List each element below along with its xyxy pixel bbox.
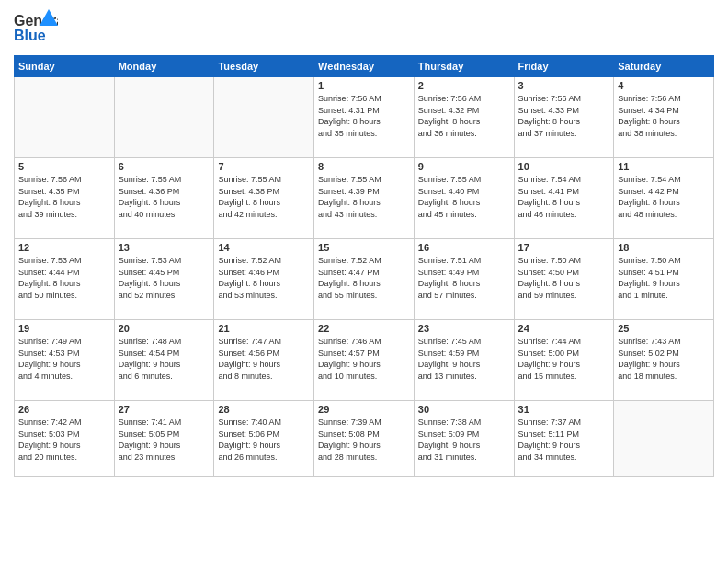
calendar-week-row: 26Sunrise: 7:42 AM Sunset: 5:03 PM Dayli… xyxy=(15,401,714,477)
day-info: Sunrise: 7:55 AM Sunset: 4:39 PM Dayligh… xyxy=(318,174,410,220)
day-number: 1 xyxy=(318,80,410,91)
calendar-cell: 16Sunrise: 7:51 AM Sunset: 4:49 PM Dayli… xyxy=(414,239,514,320)
day-number: 5 xyxy=(18,161,110,172)
day-info: Sunrise: 7:56 AM Sunset: 4:33 PM Dayligh… xyxy=(518,93,610,139)
day-info: Sunrise: 7:51 AM Sunset: 4:49 PM Dayligh… xyxy=(418,255,510,301)
day-info: Sunrise: 7:56 AM Sunset: 4:32 PM Dayligh… xyxy=(418,93,510,139)
day-number: 19 xyxy=(18,323,110,334)
day-info: Sunrise: 7:43 AM Sunset: 5:02 PM Dayligh… xyxy=(618,336,710,382)
day-number: 2 xyxy=(418,80,510,91)
day-number: 17 xyxy=(518,242,610,253)
calendar-cell: 29Sunrise: 7:39 AM Sunset: 5:08 PM Dayli… xyxy=(314,401,415,477)
calendar-cell: 21Sunrise: 7:47 AM Sunset: 4:56 PM Dayli… xyxy=(214,320,314,401)
day-number: 4 xyxy=(618,80,710,91)
calendar-cell: 18Sunrise: 7:50 AM Sunset: 4:51 PM Dayli… xyxy=(614,239,714,320)
calendar-cell: 10Sunrise: 7:54 AM Sunset: 4:41 PM Dayli… xyxy=(514,158,614,239)
calendar-cell: 24Sunrise: 7:44 AM Sunset: 5:00 PM Dayli… xyxy=(514,320,614,401)
calendar-cell: 9Sunrise: 7:55 AM Sunset: 4:40 PM Daylig… xyxy=(414,158,514,239)
day-info: Sunrise: 7:56 AM Sunset: 4:35 PM Dayligh… xyxy=(18,174,110,220)
day-number: 15 xyxy=(318,242,410,253)
header-thursday: Thursday xyxy=(414,56,514,77)
svg-text:Blue: Blue xyxy=(14,28,46,43)
calendar-cell xyxy=(214,77,314,158)
day-info: Sunrise: 7:54 AM Sunset: 4:42 PM Dayligh… xyxy=(618,174,710,220)
header: General Blue xyxy=(14,9,714,48)
calendar-cell: 14Sunrise: 7:52 AM Sunset: 4:46 PM Dayli… xyxy=(214,239,314,320)
day-info: Sunrise: 7:49 AM Sunset: 4:53 PM Dayligh… xyxy=(18,336,110,382)
header-tuesday: Tuesday xyxy=(214,56,314,77)
day-info: Sunrise: 7:41 AM Sunset: 5:05 PM Dayligh… xyxy=(119,417,210,463)
day-info: Sunrise: 7:50 AM Sunset: 4:50 PM Dayligh… xyxy=(518,255,610,301)
calendar-cell: 6Sunrise: 7:55 AM Sunset: 4:36 PM Daylig… xyxy=(114,158,214,239)
header-monday: Monday xyxy=(114,56,214,77)
day-number: 25 xyxy=(618,323,710,334)
day-info: Sunrise: 7:45 AM Sunset: 4:59 PM Dayligh… xyxy=(418,336,510,382)
header-friday: Friday xyxy=(514,56,614,77)
day-number: 12 xyxy=(18,242,110,253)
day-info: Sunrise: 7:56 AM Sunset: 4:31 PM Dayligh… xyxy=(318,93,410,139)
header-wednesday: Wednesday xyxy=(314,56,415,77)
calendar-cell: 20Sunrise: 7:48 AM Sunset: 4:54 PM Dayli… xyxy=(114,320,214,401)
day-number: 26 xyxy=(18,404,110,415)
day-info: Sunrise: 7:52 AM Sunset: 4:47 PM Dayligh… xyxy=(318,255,410,301)
calendar-cell: 27Sunrise: 7:41 AM Sunset: 5:05 PM Dayli… xyxy=(114,401,214,477)
calendar-cell xyxy=(614,401,714,477)
logo-icon: General Blue xyxy=(14,9,58,48)
day-number: 9 xyxy=(418,161,510,172)
day-info: Sunrise: 7:54 AM Sunset: 4:41 PM Dayligh… xyxy=(518,174,610,220)
header-sunday: Sunday xyxy=(15,56,115,77)
day-number: 23 xyxy=(418,323,510,334)
day-info: Sunrise: 7:55 AM Sunset: 4:38 PM Dayligh… xyxy=(218,174,310,220)
day-info: Sunrise: 7:56 AM Sunset: 4:34 PM Dayligh… xyxy=(618,93,710,139)
day-number: 31 xyxy=(518,404,610,415)
calendar-cell: 23Sunrise: 7:45 AM Sunset: 4:59 PM Dayli… xyxy=(414,320,514,401)
day-info: Sunrise: 7:47 AM Sunset: 4:56 PM Dayligh… xyxy=(218,336,310,382)
day-info: Sunrise: 7:53 AM Sunset: 4:45 PM Dayligh… xyxy=(119,255,210,301)
day-info: Sunrise: 7:42 AM Sunset: 5:03 PM Dayligh… xyxy=(18,417,110,463)
day-number: 30 xyxy=(418,404,510,415)
calendar-cell: 2Sunrise: 7:56 AM Sunset: 4:32 PM Daylig… xyxy=(414,77,514,158)
day-info: Sunrise: 7:37 AM Sunset: 5:11 PM Dayligh… xyxy=(518,417,610,463)
calendar-week-row: 19Sunrise: 7:49 AM Sunset: 4:53 PM Dayli… xyxy=(15,320,714,401)
day-number: 21 xyxy=(218,323,310,334)
page: General Blue Sunday Monday Tuesday Wedne… xyxy=(0,0,728,563)
day-info: Sunrise: 7:50 AM Sunset: 4:51 PM Dayligh… xyxy=(618,255,710,301)
calendar-cell: 5Sunrise: 7:56 AM Sunset: 4:35 PM Daylig… xyxy=(15,158,115,239)
day-info: Sunrise: 7:44 AM Sunset: 5:00 PM Dayligh… xyxy=(518,336,610,382)
calendar-week-row: 5Sunrise: 7:56 AM Sunset: 4:35 PM Daylig… xyxy=(15,158,714,239)
day-number: 7 xyxy=(218,161,310,172)
calendar-week-row: 12Sunrise: 7:53 AM Sunset: 4:44 PM Dayli… xyxy=(15,239,714,320)
day-number: 24 xyxy=(518,323,610,334)
day-info: Sunrise: 7:53 AM Sunset: 4:44 PM Dayligh… xyxy=(18,255,110,301)
calendar-week-row: 1Sunrise: 7:56 AM Sunset: 4:31 PM Daylig… xyxy=(15,77,714,158)
calendar-cell: 30Sunrise: 7:38 AM Sunset: 5:09 PM Dayli… xyxy=(414,401,514,477)
calendar-cell: 13Sunrise: 7:53 AM Sunset: 4:45 PM Dayli… xyxy=(114,239,214,320)
logo-svg: General Blue xyxy=(14,9,58,48)
day-number: 20 xyxy=(119,323,210,334)
day-info: Sunrise: 7:48 AM Sunset: 4:54 PM Dayligh… xyxy=(119,336,210,382)
day-info: Sunrise: 7:38 AM Sunset: 5:09 PM Dayligh… xyxy=(418,417,510,463)
day-info: Sunrise: 7:52 AM Sunset: 4:46 PM Dayligh… xyxy=(218,255,310,301)
day-number: 10 xyxy=(518,161,610,172)
day-number: 3 xyxy=(518,80,610,91)
calendar-cell: 8Sunrise: 7:55 AM Sunset: 4:39 PM Daylig… xyxy=(314,158,415,239)
day-info: Sunrise: 7:39 AM Sunset: 5:08 PM Dayligh… xyxy=(318,417,410,463)
calendar-cell: 7Sunrise: 7:55 AM Sunset: 4:38 PM Daylig… xyxy=(214,158,314,239)
day-number: 22 xyxy=(318,323,410,334)
weekday-header-row: Sunday Monday Tuesday Wednesday Thursday… xyxy=(15,56,714,77)
calendar-cell: 26Sunrise: 7:42 AM Sunset: 5:03 PM Dayli… xyxy=(15,401,115,477)
calendar-cell: 1Sunrise: 7:56 AM Sunset: 4:31 PM Daylig… xyxy=(314,77,415,158)
day-number: 29 xyxy=(318,404,410,415)
day-number: 11 xyxy=(618,161,710,172)
calendar-cell: 4Sunrise: 7:56 AM Sunset: 4:34 PM Daylig… xyxy=(614,77,714,158)
calendar-cell xyxy=(114,77,214,158)
calendar-cell: 12Sunrise: 7:53 AM Sunset: 4:44 PM Dayli… xyxy=(15,239,115,320)
day-number: 8 xyxy=(318,161,410,172)
day-info: Sunrise: 7:55 AM Sunset: 4:40 PM Dayligh… xyxy=(418,174,510,220)
day-info: Sunrise: 7:55 AM Sunset: 4:36 PM Dayligh… xyxy=(119,174,210,220)
calendar-cell: 19Sunrise: 7:49 AM Sunset: 4:53 PM Dayli… xyxy=(15,320,115,401)
calendar-cell: 3Sunrise: 7:56 AM Sunset: 4:33 PM Daylig… xyxy=(514,77,614,158)
day-number: 28 xyxy=(218,404,310,415)
calendar-cell xyxy=(15,77,115,158)
calendar-cell: 28Sunrise: 7:40 AM Sunset: 5:06 PM Dayli… xyxy=(214,401,314,477)
